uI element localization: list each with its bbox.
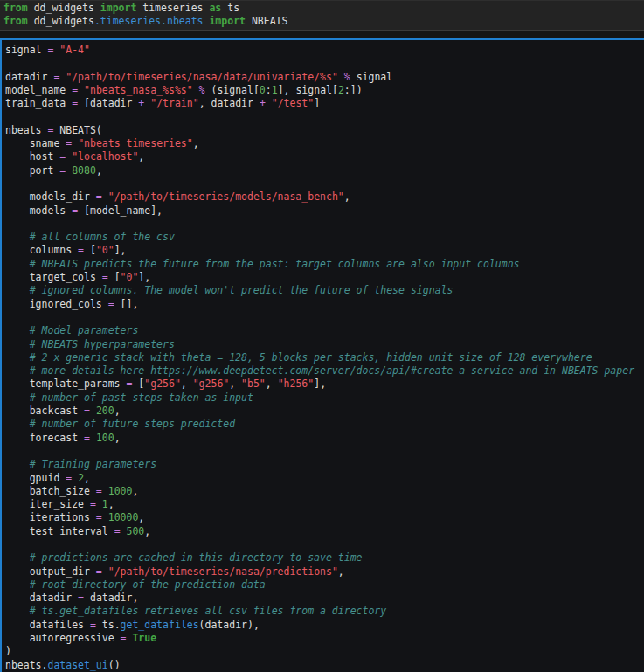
code-token-p <box>121 525 127 537</box>
code-token-n: 1 <box>272 84 278 96</box>
code-line: # root directory of the prediction data <box>5 578 644 592</box>
code-token-p: , <box>114 432 121 444</box>
code-token-p: train_data <box>5 97 72 109</box>
code-line: ignored_cols = [], <box>5 298 644 311</box>
code-token-p: , <box>229 378 241 390</box>
code-token-p: , <box>144 525 150 537</box>
code-token-o: = <box>78 244 84 256</box>
code-line <box>5 177 644 191</box>
code-token-p: port <box>5 164 59 177</box>
code-token-c: # all columns of the csv <box>5 231 175 243</box>
code-token-o: = <box>114 525 121 537</box>
code-token-p: columns <box>5 244 78 256</box>
code-token-p: ] <box>314 97 320 109</box>
code-token-n: 500 <box>127 525 145 537</box>
code-line: datadir = "/path/to/timeseries/nasa/data… <box>5 71 644 84</box>
code-token-p: ], <box>314 378 326 390</box>
code-token-s: "h256" <box>278 378 315 390</box>
code-token-o: = <box>90 619 96 631</box>
code-token-o: = <box>96 485 102 497</box>
code-token-s: "0" <box>121 271 139 283</box>
import-cell-editor[interactable]: from dd_widgets import timeseries as tsf… <box>0 0 644 31</box>
code-line: # more details here https://www.deepdete… <box>5 364 644 378</box>
code-line: iter_size = 1, <box>5 498 644 511</box>
code-token-p: ], signal[ <box>278 84 338 96</box>
code-token-p <box>90 405 96 417</box>
code-token-k: from <box>3 15 28 27</box>
code-token-k: import <box>100 2 137 14</box>
code-token-p: (datadir), <box>199 619 260 631</box>
code-token-p: NBEATS( <box>53 124 101 136</box>
code-token-c: # predictions are cached in this directo… <box>5 551 363 564</box>
code-token-p: autoregressive <box>5 632 121 644</box>
code-token-p: models <box>5 204 72 217</box>
code-token-s: "b5" <box>241 378 266 390</box>
code-token-f: get_datafiles <box>121 619 199 631</box>
code-line <box>5 57 644 70</box>
code-token-p: signal <box>5 44 47 56</box>
code-token-p: datadir <box>5 592 78 604</box>
code-token-p: gpuid <box>5 472 66 484</box>
code-line: target_cols = ["0"], <box>5 271 644 284</box>
code-token-p: , datadir <box>199 97 260 109</box>
code-token-s: "/path/to/timeseries/nasa/predictions" <box>108 565 338 578</box>
code-token-p: , <box>338 565 344 578</box>
code-token-s: "g256" <box>193 378 230 390</box>
code-line: forecast = 100, <box>5 432 644 445</box>
code-line: gpuid = 2, <box>5 472 644 485</box>
code-token-p: target_cols <box>5 271 102 283</box>
code-token-p: , <box>138 150 144 163</box>
code-token-p: test_interval <box>5 525 114 537</box>
code-token-o: = <box>121 632 127 644</box>
code-token-c: # ignored columns. The model won't predi… <box>5 284 453 296</box>
code-token-p: dd_widgets <box>28 15 94 27</box>
code-token-p: , <box>114 405 121 417</box>
code-token-p: [ <box>108 271 121 283</box>
code-token-n: 8080 <box>72 164 96 177</box>
code-token-n: 100 <box>96 432 114 444</box>
code-token-o: = <box>96 511 102 523</box>
code-token-p <box>90 432 96 444</box>
code-token-p: () <box>108 659 121 671</box>
code-token-p: datadir, <box>84 592 138 604</box>
code-line: # predictions are cached in this directo… <box>5 551 644 565</box>
code-token-p: [model_name], <box>78 204 163 217</box>
code-token-o: % <box>344 71 350 83</box>
code-token-o: = <box>108 298 114 310</box>
code-token-p: , <box>344 191 350 203</box>
code-line <box>5 538 644 551</box>
main-cell-editor[interactable]: signal = "A-4" datadir = "/path/to/times… <box>0 38 644 672</box>
code-token-p: , <box>108 498 114 510</box>
code-line: nbeats = NBEATS( <box>5 124 644 137</box>
code-line <box>5 445 644 458</box>
code-token-s: "/path/to/timeseries/models/nasa_bench" <box>108 191 344 203</box>
code-token-p: host <box>5 150 59 163</box>
code-token-s: "/test" <box>272 97 314 109</box>
code-token-c: # Training parameters <box>5 458 156 470</box>
code-token-p: iter_size <box>5 498 90 510</box>
code-token-k: True <box>132 632 156 644</box>
code-token-p: template_params <box>5 378 126 390</box>
code-token-p <box>102 191 108 203</box>
code-token-p: models_dir <box>5 191 96 203</box>
code-token-p: : <box>266 84 272 96</box>
code-line: iterations = 10000, <box>5 511 644 524</box>
code-line: models = [model_name], <box>5 204 644 218</box>
code-line: batch_size = 1000, <box>5 485 644 498</box>
code-token-c: # root directory of the prediction data <box>5 578 266 591</box>
code-token-c: # NBEATS hyperparameters <box>5 338 175 350</box>
code-line: # all columns of the csv <box>5 231 644 244</box>
code-token-c: # number of future steps predicted <box>5 418 235 430</box>
code-line: # NBEATS predicts the future from the pa… <box>5 258 644 271</box>
code-token-o: = <box>78 592 84 604</box>
notebook: from dd_widgets import timeseries as tsf… <box>0 0 644 672</box>
code-token-p: ts <box>221 2 239 14</box>
code-token-p <box>96 498 102 510</box>
code-token-p: ) <box>5 645 11 657</box>
code-token-n: 200 <box>96 405 114 417</box>
code-token-n: 0 <box>260 84 266 96</box>
code-line: test_interval = 500, <box>5 525 644 538</box>
code-token-p: forecast <box>5 432 84 444</box>
code-line: backcast = 200, <box>5 405 644 418</box>
code-token-n: 10000 <box>108 511 139 523</box>
